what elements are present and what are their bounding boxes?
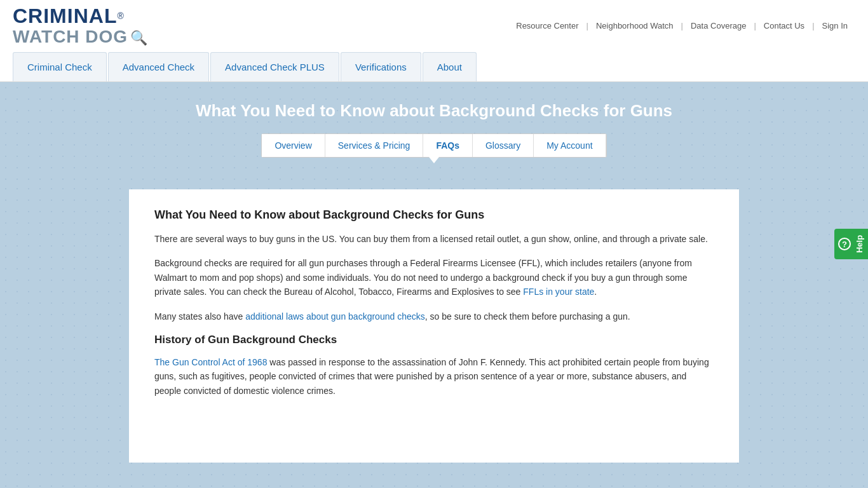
logo-reg: ® (117, 11, 123, 21)
top-nav-contact-us[interactable]: Contact Us (756, 21, 812, 30)
logo-criminal-line: CRIMINAL® (13, 5, 147, 27)
gun-control-act-link[interactable]: The Gun Control Act of 1968 (154, 357, 267, 367)
nav-verifications[interactable]: Verifications (341, 52, 421, 81)
sub-tab-faqs[interactable]: FAQs (423, 134, 473, 157)
help-label: Help (855, 235, 864, 253)
main-nav: Criminal Check Advanced Check Advanced C… (13, 52, 855, 81)
help-icon: ? (838, 238, 851, 250)
nav-about[interactable]: About (423, 52, 477, 81)
top-nav-sign-in[interactable]: Sign In (815, 21, 855, 30)
banner-title: What You Need to Know about Background C… (13, 101, 855, 121)
nav-advanced-check[interactable]: Advanced Check (108, 52, 209, 81)
blue-banner: What You Need to Know about Background C… (0, 82, 868, 183)
content-subheading: History of Gun Background Checks (154, 334, 714, 346)
top-nav-neighborhood-watch[interactable]: Neighborhood Watch (588, 21, 681, 30)
sub-tab-glossary[interactable]: Glossary (473, 134, 534, 157)
logo-watchdog: WATCH DOG (13, 27, 128, 46)
sub-tab-services-pricing[interactable]: Services & Pricing (325, 134, 424, 157)
content-paragraph3-after: , so be sure to check them before purcha… (425, 311, 630, 322)
header-top: CRIMINAL® WATCH DOG🔍 Resource Center | N… (13, 0, 855, 47)
site-header: CRIMINAL® WATCH DOG🔍 Resource Center | N… (0, 0, 868, 82)
logo-area[interactable]: CRIMINAL® WATCH DOG🔍 (13, 5, 147, 47)
magnifier-icon: 🔍 (130, 30, 147, 46)
content-heading: What You Need to Know about Background C… (154, 208, 714, 222)
content-paragraph2: Background checks are required for all g… (154, 256, 714, 299)
sub-tab-my-account[interactable]: My Account (534, 134, 606, 157)
logo-criminal: CRIMINAL (13, 4, 117, 27)
nav-advanced-check-plus[interactable]: Advanced Check PLUS (210, 52, 339, 81)
logo-text: CRIMINAL® WATCH DOG🔍 (13, 5, 147, 47)
sub-tabs: Overview Services & Pricing FAQs Glossar… (261, 133, 606, 158)
ffls-link[interactable]: FFLs in your state (523, 287, 594, 297)
content-paragraph4: The Gun Control Act of 1968 was passed i… (154, 355, 714, 398)
content-card: What You Need to Know about Background C… (129, 189, 739, 463)
content-paragraph3-before: Many states also have (154, 311, 245, 322)
help-button[interactable]: Help ? (834, 229, 868, 259)
logo-watchdog-line: WATCH DOG🔍 (13, 27, 147, 47)
nav-criminal-check[interactable]: Criminal Check (13, 52, 107, 81)
additional-laws-link[interactable]: additional laws about gun background che… (245, 311, 425, 322)
content-paragraph2-before: Background checks are required for all g… (154, 258, 692, 297)
content-paragraph3: Many states also have additional laws ab… (154, 309, 714, 323)
content-paragraph2-after: . (594, 287, 597, 297)
sub-tab-overview[interactable]: Overview (262, 134, 325, 157)
content-paragraph1: There are several ways to buy guns in th… (154, 232, 714, 246)
top-nav-data-coverage[interactable]: Data Coverage (683, 21, 754, 30)
main-content-bg: What You Need to Know about Background C… (0, 183, 868, 488)
top-nav: Resource Center | Neighborhood Watch | D… (508, 21, 855, 30)
top-nav-resource-center[interactable]: Resource Center (508, 21, 586, 30)
sub-tab-arrow (429, 157, 439, 163)
content-wrapper: What You Need to Know about Background C… (65, 183, 803, 469)
